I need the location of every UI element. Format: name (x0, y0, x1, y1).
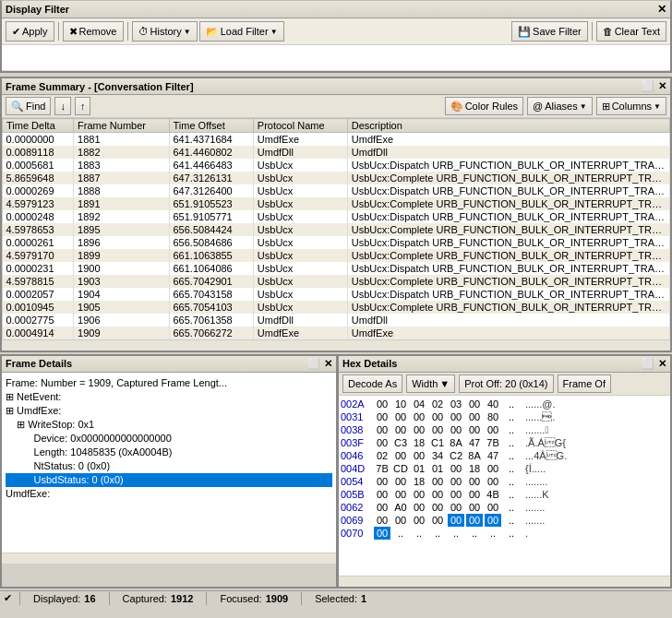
table-row[interactable]: 4.59788151903665.7042901UsbUcxUsbUcx:Com… (3, 275, 670, 288)
hex-byte[interactable]: 00 (448, 410, 464, 423)
hex-byte[interactable]: 00 (392, 514, 409, 527)
hex-byte[interactable]: .. (411, 527, 427, 540)
hex-byte[interactable]: .. (503, 423, 520, 436)
hex-byte[interactable]: 02 (429, 398, 446, 410)
clear-text-button[interactable]: 🗑 Clear Text (596, 21, 666, 42)
hex-byte[interactable]: 00 (448, 514, 464, 527)
detail-line[interactable]: ⊞ UmdfExe: (6, 404, 332, 418)
hex-byte[interactable]: 47 (485, 449, 501, 462)
close-icon2[interactable]: ✕ (658, 80, 666, 92)
table-row[interactable]: 0.00002311900661.1064086UsbUcxUsbUcx:Dis… (3, 262, 670, 275)
hex-byte[interactable]: 00 (466, 410, 483, 423)
hex-byte[interactable]: 00 (466, 514, 483, 527)
detail-line[interactable]: NtStatus: 0 (0x0) (6, 459, 332, 473)
hex-byte[interactable]: 80 (485, 410, 501, 423)
hex-byte[interactable]: 00 (448, 475, 464, 488)
hex-byte[interactable]: 00 (374, 501, 390, 514)
remove-button[interactable]: ✖ Remove (63, 21, 124, 42)
hex-byte[interactable]: CD (392, 462, 409, 475)
table-row[interactable]: 4.59786531895656.5084424UsbUcxUsbUcx:Com… (3, 223, 670, 236)
hex-byte[interactable]: .. (503, 410, 520, 423)
hex-byte[interactable]: 00 (374, 475, 390, 488)
width-button[interactable]: Width ▼ (406, 374, 455, 393)
hex-byte[interactable]: 00 (448, 462, 464, 475)
table-row[interactable]: 4.59791231891651.9105523UsbUcxUsbUcx:Com… (3, 197, 670, 210)
decode-as-button[interactable]: Decode As (342, 374, 402, 393)
hex-byte[interactable]: 7B (485, 436, 501, 449)
hex-byte[interactable]: 18 (466, 462, 483, 475)
hex-byte[interactable]: 00 (466, 488, 483, 501)
hex-byte[interactable]: C2 (448, 449, 464, 462)
prot-off-button[interactable]: Prot Off: 20 (0x14) (459, 374, 553, 393)
hex-byte[interactable]: 8A (466, 449, 483, 462)
hex-byte[interactable]: 00 (374, 423, 390, 436)
hex-byte[interactable]: 00 (374, 514, 390, 527)
hex-byte[interactable]: 00 (485, 423, 501, 436)
table-row[interactable]: 0.00027751906665.7061358UmdfDllUmdfDll (3, 314, 670, 327)
hex-byte[interactable]: 01 (411, 462, 427, 475)
table-row[interactable]: 0.00109451905665.7054103UsbUcxUsbUcx:Com… (3, 301, 670, 314)
detail-line[interactable]: UsbdStatus: 0 (0x0) (6, 473, 332, 487)
hex-byte[interactable]: .. (429, 527, 446, 540)
hex-byte[interactable]: 04 (411, 398, 427, 410)
scroll-up-button[interactable]: ↑ (75, 97, 91, 115)
apply-button[interactable]: ✔ Apply (6, 21, 54, 42)
hex-byte[interactable]: .. (485, 527, 501, 540)
aliases-button[interactable]: @ Aliases ▼ (527, 97, 593, 115)
scroll-down-button[interactable]: ↓ (54, 97, 71, 115)
hex-byte[interactable]: 00 (374, 410, 390, 423)
hex-byte[interactable]: 00 (429, 423, 446, 436)
hex-byte[interactable]: 00 (411, 514, 427, 527)
table-row[interactable]: 0.00002611896656.5084686UsbUcxUsbUcx:Dis… (3, 236, 670, 249)
hex-byte[interactable]: .. (503, 475, 520, 488)
table-row[interactable]: 0.00891181882641.4460802UmdfDllUmdfDll (3, 146, 670, 159)
horizontal-scrollbar[interactable] (2, 339, 670, 351)
hex-byte[interactable]: 7B (374, 462, 390, 475)
hex-byte[interactable]: 10 (392, 398, 409, 410)
close-icon4[interactable]: ✕ (658, 358, 666, 370)
hex-byte[interactable]: 18 (411, 475, 427, 488)
hex-byte[interactable]: 00 (429, 410, 446, 423)
hex-byte[interactable]: 40 (485, 398, 501, 410)
hex-byte[interactable]: .. (503, 527, 520, 540)
hex-byte[interactable]: 00 (429, 488, 446, 501)
hex-byte[interactable]: C3 (392, 436, 409, 449)
hex-byte[interactable]: 00 (392, 423, 409, 436)
filter-input[interactable] (2, 45, 670, 70)
hex-byte[interactable]: 00 (429, 514, 446, 527)
hex-byte[interactable]: 00 (485, 475, 501, 488)
hex-byte[interactable]: 03 (448, 398, 464, 410)
hex-byte[interactable]: 00 (411, 501, 427, 514)
hex-byte[interactable]: A0 (392, 501, 409, 514)
detail-line[interactable]: ⊞ NetEvent: (6, 390, 332, 404)
hex-byte[interactable]: 47 (466, 436, 483, 449)
hex-byte[interactable]: 02 (374, 449, 390, 462)
hex-byte[interactable]: 8A (448, 436, 464, 449)
detail-line[interactable]: Frame: Number = 1909, Captured Frame Len… (6, 376, 332, 390)
hex-byte[interactable]: 34 (429, 449, 446, 462)
hex-byte[interactable]: 00 (392, 488, 409, 501)
find-button[interactable]: 🔍 Find (6, 97, 51, 115)
hex-byte[interactable]: 00 (411, 449, 427, 462)
close-icon[interactable]: ✕ (657, 3, 666, 16)
table-row[interactable]: 0.00020571904665.7043158UsbUcxUsbUcx:Dis… (3, 288, 670, 301)
frame-details-hscrollbar[interactable] (2, 553, 336, 564)
hex-byte[interactable]: 00 (411, 410, 427, 423)
hex-byte[interactable]: 00 (466, 423, 483, 436)
hex-byte[interactable]: 00 (411, 488, 427, 501)
hex-byte[interactable]: 00 (392, 410, 409, 423)
load-filter-button[interactable]: 📂 Load Filter ▼ (199, 21, 284, 42)
hex-byte[interactable]: 00 (411, 423, 427, 436)
hex-byte[interactable]: 00 (374, 488, 390, 501)
hex-byte[interactable]: 00 (374, 398, 390, 410)
hex-byte[interactable]: 00 (429, 501, 446, 514)
hex-byte[interactable]: .. (503, 462, 520, 475)
hex-byte[interactable]: 00 (466, 398, 483, 410)
hex-byte[interactable]: 00 (485, 501, 501, 514)
hex-byte[interactable]: .. (448, 527, 464, 540)
color-rules-button[interactable]: 🎨 Color Rules (445, 97, 523, 115)
hex-byte[interactable]: 00 (392, 475, 409, 488)
hex-byte[interactable]: 00 (392, 449, 409, 462)
hex-byte[interactable]: 00 (429, 475, 446, 488)
hex-byte[interactable]: 00 (466, 475, 483, 488)
